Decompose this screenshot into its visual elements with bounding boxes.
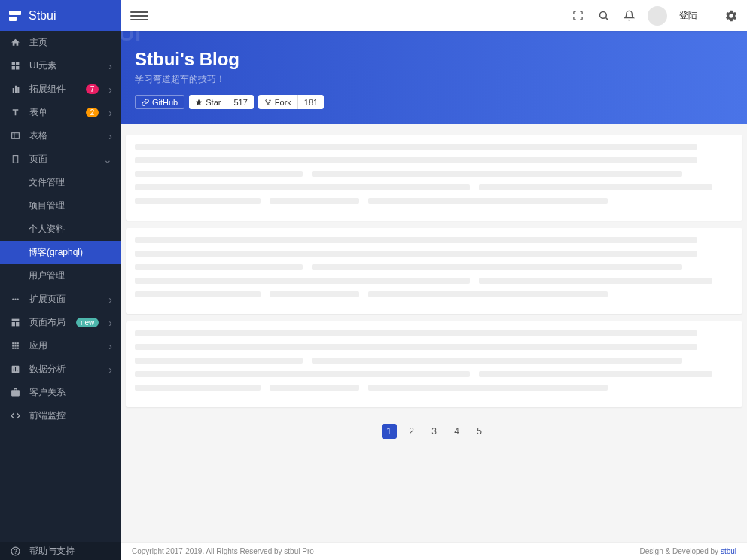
skeleton-card xyxy=(126,135,742,221)
nav-pages[interactable]: 页面 ⌄ xyxy=(0,148,121,171)
copyright: Copyright 2017-2019. All Rights Reserved… xyxy=(132,547,640,555)
fork-button[interactable]: Fork 181 xyxy=(258,95,324,109)
svg-point-5 xyxy=(14,298,16,300)
chevron-right-icon: › xyxy=(108,130,112,142)
svg-rect-7 xyxy=(11,319,19,321)
nav-table[interactable]: 表格 › xyxy=(0,124,121,148)
nav-home[interactable]: 主页 xyxy=(0,31,121,54)
nav-label: 表格 xyxy=(29,129,100,142)
pagination: 1 2 3 4 5 xyxy=(126,415,742,454)
nav-sub-profile[interactable]: 个人资料 xyxy=(0,218,121,241)
svg-rect-9 xyxy=(16,322,19,326)
nav-label: 文件管理 xyxy=(29,176,112,189)
widgets-icon xyxy=(9,61,21,71)
badge: 7 xyxy=(86,84,99,94)
nav-sub-files[interactable]: 文件管理 xyxy=(0,171,121,194)
nav: 主页 UI元素 › 拓展组件 7 › 表单 xyxy=(0,31,121,542)
fullscreen-icon[interactable] xyxy=(571,9,584,23)
nav-label: 用户管理 xyxy=(29,269,112,282)
star-count: 517 xyxy=(227,95,253,109)
footer-link[interactable]: stbui xyxy=(721,547,736,555)
bar-icon xyxy=(9,84,21,94)
nav-crm[interactable]: 客户关系 xyxy=(0,381,121,404)
nav-sub-blog[interactable]: 博客(graphql) xyxy=(0,241,121,264)
nav-components[interactable]: 拓展组件 7 › xyxy=(0,78,121,101)
nav-sub-projects[interactable]: 项目管理 xyxy=(0,194,121,218)
nav-form[interactable]: 表单 2 › xyxy=(0,101,121,124)
nav-analytics[interactable]: 数据分析 › xyxy=(0,358,121,381)
layout-icon xyxy=(9,318,21,327)
fork-icon xyxy=(264,99,272,106)
svg-rect-10 xyxy=(12,342,14,344)
badge: new xyxy=(76,318,99,327)
nav-label: 拓展组件 xyxy=(29,83,78,96)
avatar[interactable] xyxy=(648,6,667,26)
nav-layout[interactable]: 页面布局 new › xyxy=(0,311,121,334)
table-icon xyxy=(9,131,21,141)
nav-label: 项目管理 xyxy=(29,199,112,212)
nav-label: 扩展页面 xyxy=(29,293,100,306)
svg-rect-3 xyxy=(13,156,18,163)
skeleton-card xyxy=(126,228,742,314)
sidebar: Stbui 主页 UI元素 › 拓展组件 7 xyxy=(0,0,121,560)
search-icon[interactable] xyxy=(596,9,610,23)
page-4[interactable]: 4 xyxy=(450,424,465,439)
page-3[interactable]: 3 xyxy=(427,424,442,439)
briefcase-icon xyxy=(9,388,21,397)
nav-apps[interactable]: 应用 › xyxy=(0,334,121,358)
nav-sub-users[interactable]: 用户管理 xyxy=(0,264,121,288)
skeleton-card xyxy=(126,321,742,407)
svg-point-24 xyxy=(265,99,267,101)
nav-ext-pages[interactable]: 扩展页面 › xyxy=(0,288,121,311)
nav-ui[interactable]: UI元素 › xyxy=(0,54,121,78)
nav-label: UI元素 xyxy=(29,59,100,72)
sidebar-help[interactable]: 帮助与支持 xyxy=(0,542,121,560)
code-icon xyxy=(9,411,21,421)
brand[interactable]: Stbui xyxy=(0,0,121,31)
footer: Copyright 2017-2019. All Rights Reserved… xyxy=(121,542,747,560)
text-icon xyxy=(9,108,21,117)
main: 登陆 Stbui's Blog 学习弯道超车的技巧！ GitHub xyxy=(121,0,747,560)
svg-rect-13 xyxy=(12,345,14,346)
github-button[interactable]: GitHub xyxy=(135,95,184,109)
page-header: Stbui's Blog 学习弯道超车的技巧！ GitHub xyxy=(121,31,747,124)
nav-monitor[interactable]: 前端监控 xyxy=(0,404,121,428)
svg-rect-16 xyxy=(12,348,14,349)
chevron-right-icon: › xyxy=(108,340,112,352)
svg-point-26 xyxy=(267,103,269,105)
nav-label: 主页 xyxy=(29,36,112,49)
nav-label: 页面布局 xyxy=(29,316,68,329)
login-link[interactable]: 登陆 xyxy=(679,9,697,22)
gear-icon[interactable] xyxy=(724,9,738,23)
page-title: Stbui's Blog xyxy=(135,49,733,70)
fork-count: 181 xyxy=(297,95,324,109)
svg-point-20 xyxy=(15,552,16,553)
page-1[interactable]: 1 xyxy=(382,424,397,439)
chevron-right-icon: › xyxy=(108,60,112,72)
svg-point-25 xyxy=(269,99,270,101)
page-5[interactable]: 5 xyxy=(472,424,487,439)
svg-rect-18 xyxy=(17,348,18,349)
topbar: 登陆 xyxy=(121,0,747,31)
star-label: Star xyxy=(206,98,221,107)
chart-icon xyxy=(9,364,21,374)
star-icon xyxy=(195,99,203,106)
chevron-right-icon: › xyxy=(108,317,112,329)
bell-icon[interactable] xyxy=(622,9,636,23)
page-2[interactable]: 2 xyxy=(404,424,419,439)
footer-design: Design & Developed by stbui xyxy=(640,547,736,555)
dots-icon xyxy=(9,294,21,304)
help-icon xyxy=(9,546,21,556)
nav-label: 客户关系 xyxy=(29,386,112,399)
svg-rect-15 xyxy=(17,345,18,346)
star-button[interactable]: Star 517 xyxy=(189,95,254,109)
svg-rect-17 xyxy=(14,348,16,349)
apps-icon xyxy=(9,341,21,351)
nav-label: 应用 xyxy=(29,339,100,352)
content: 1 2 3 4 5 xyxy=(121,124,747,542)
page-subtitle: 学习弯道超车的技巧！ xyxy=(135,73,733,86)
menu-toggle-button[interactable] xyxy=(130,7,148,25)
svg-rect-8 xyxy=(11,322,14,326)
chevron-right-icon: › xyxy=(108,84,112,96)
nav-label: 数据分析 xyxy=(29,363,100,376)
